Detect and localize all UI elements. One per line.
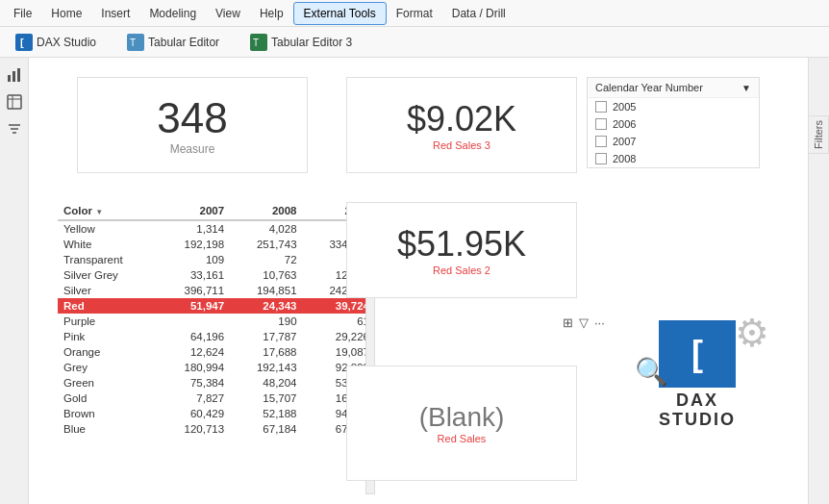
dax-bracket-icon: [ — [691, 334, 703, 374]
card-5195-label: Red Sales 2 — [433, 265, 490, 276]
svg-rect-9 — [8, 95, 21, 109]
table-row: Pink 64,196 17,787 29,226 — [58, 329, 375, 344]
cell-2008: 190 — [230, 314, 302, 329]
menu-view[interactable]: View — [206, 3, 250, 24]
cell-2007: 12,624 — [158, 344, 230, 360]
tabular-editor-label: Tabular Editor — [148, 36, 219, 49]
cell-2007: 75,384 — [158, 375, 230, 391]
menu-external-tools[interactable]: External Tools — [293, 2, 387, 25]
cell-2007 — [158, 314, 230, 329]
svg-text:T: T — [130, 38, 136, 48]
dax-gear-icon: ⚙ — [735, 311, 769, 355]
cell-2009: 61 — [303, 314, 375, 329]
cell-2007: 109 — [158, 252, 230, 267]
col-color[interactable]: Color ▼ — [58, 202, 158, 220]
svg-rect-0 — [15, 34, 33, 51]
menu-help[interactable]: Help — [250, 3, 293, 24]
table-row: Silver 396,711 194,851 242,215 — [58, 283, 375, 298]
cell-color: Yellow — [58, 220, 158, 237]
chart-icon[interactable] — [5, 65, 24, 85]
cell-2008: 24,343 — [230, 298, 302, 314]
card-902-value: $9.02K — [407, 99, 516, 139]
cell-color: White — [58, 237, 158, 252]
checkbox-2006[interactable] — [595, 118, 607, 130]
tabular-editor3-label: Tabular Editor 3 — [271, 36, 352, 49]
toolbar-tabular-editor[interactable]: T Tabular Editor — [119, 30, 227, 55]
dax-search-icon: 🔍 — [635, 356, 668, 388]
menu-data-drill[interactable]: Data / Drill — [442, 3, 515, 24]
toolbar-tabular-editor3[interactable]: T Tabular Editor 3 — [242, 30, 360, 55]
cell-color: Grey — [58, 360, 158, 375]
main-area: 348 Measure Color ▼ 2007 2008 2009 — [0, 58, 829, 504]
card-348-label: Measure — [170, 142, 215, 156]
cell-2008: 48,204 — [230, 375, 302, 391]
table-row: Transparent 109 72 186 — [58, 252, 375, 267]
table-row: White 192,198 251,743 334,293 — [58, 237, 375, 252]
col-2008[interactable]: 2008 — [230, 202, 302, 220]
calendar-label-2007: 2007 — [613, 136, 636, 147]
calendar-label-2008: 2008 — [613, 153, 636, 164]
svg-rect-8 — [17, 68, 20, 82]
cell-2008: 67,184 — [230, 421, 302, 437]
dax-watermark: 🔍 [ ⚙ DAX STUDIO — [596, 289, 798, 462]
left-icon-panel — [0, 58, 29, 504]
cell-2008: 15,707 — [230, 391, 302, 406]
toolbar-dax-studio[interactable]: [ DAX Studio — [8, 30, 104, 55]
menu-file[interactable]: File — [4, 3, 41, 24]
cell-2007: 120,713 — [158, 421, 230, 437]
col-2007[interactable]: 2007 — [158, 202, 230, 220]
calendar-item-2006[interactable]: 2006 — [588, 115, 759, 133]
sort-arrow: ▼ — [95, 208, 103, 216]
table-row: Grey 180,994 192,143 92,898 — [58, 360, 375, 375]
menu-modeling[interactable]: Modeling — [139, 3, 206, 24]
cell-2007: 33,161 — [158, 267, 230, 283]
calendar-item-2007[interactable]: 2007 — [588, 133, 759, 150]
table-row: Blue 120,713 67,184 67,249 — [58, 421, 375, 437]
dax-icon: [ — [15, 34, 33, 51]
cell-2008: 17,787 — [230, 329, 302, 344]
dax-title: DAX STUDIO — [659, 391, 736, 430]
table-row: Yellow 1,314 4,028 781 — [58, 220, 375, 237]
filter-left-icon[interactable] — [5, 119, 24, 139]
menu-insert[interactable]: Insert — [91, 3, 139, 24]
menu-format[interactable]: Format — [387, 3, 442, 24]
menu-home[interactable]: Home — [41, 3, 91, 24]
checkbox-2008[interactable] — [595, 153, 607, 164]
cell-2008: 251,743 — [230, 237, 302, 252]
cell-2009: 39,724 — [303, 298, 375, 314]
card-348-value: 348 — [157, 94, 227, 142]
checkbox-2007[interactable] — [595, 136, 607, 147]
checkbox-2005[interactable] — [595, 101, 607, 113]
filter-icon[interactable]: ⊞ — [563, 315, 573, 330]
card-902-label: Red Sales 3 — [433, 139, 490, 151]
calendar-panel-title: Calendar Year Number — [595, 82, 703, 93]
svg-rect-6 — [8, 75, 11, 82]
dax-subtitle-text: STUDIO — [659, 411, 736, 430]
cell-color: Silver — [58, 283, 158, 298]
filters-panel-toggle[interactable]: Filters — [809, 115, 829, 154]
cell-2007: 7,827 — [158, 391, 230, 406]
menu-bar: File Home Insert Modeling View Help Exte… — [0, 0, 829, 27]
toolbar: [ DAX Studio T Tabular Editor T Tabular … — [0, 27, 829, 58]
cell-2008: 192,143 — [230, 360, 302, 375]
svg-rect-7 — [13, 71, 15, 82]
dax-icon-area: 🔍 [ ⚙ — [659, 320, 736, 388]
data-table: Color ▼ 2007 2008 2009 Yellow 1,314 4,02… — [58, 202, 375, 494]
calendar-item-2008[interactable]: 2008 — [588, 150, 759, 167]
cell-2007: 51,947 — [158, 298, 230, 314]
card-blank: (Blank) Red Sales — [346, 365, 577, 481]
calendar-item-2005[interactable]: 2005 — [588, 98, 759, 115]
cell-2008: 194,851 — [230, 283, 302, 298]
calendar-panel-chevron[interactable]: ▼ — [741, 83, 751, 93]
tabular-icon: T — [127, 34, 144, 51]
card-348: 348 Measure — [77, 77, 308, 173]
cell-2007: 180,994 — [158, 360, 230, 375]
cell-2007: 64,196 — [158, 329, 230, 344]
table-row: Brown 60,429 52,188 94,676 — [58, 406, 375, 421]
visual-filter-icon[interactable]: ▽ — [579, 315, 589, 330]
cell-2008: 17,688 — [230, 344, 302, 360]
cell-color: Transparent — [58, 252, 158, 267]
cell-color: Orange — [58, 344, 158, 360]
table-icon[interactable] — [5, 92, 24, 112]
dax-title-text: DAX — [659, 391, 736, 411]
